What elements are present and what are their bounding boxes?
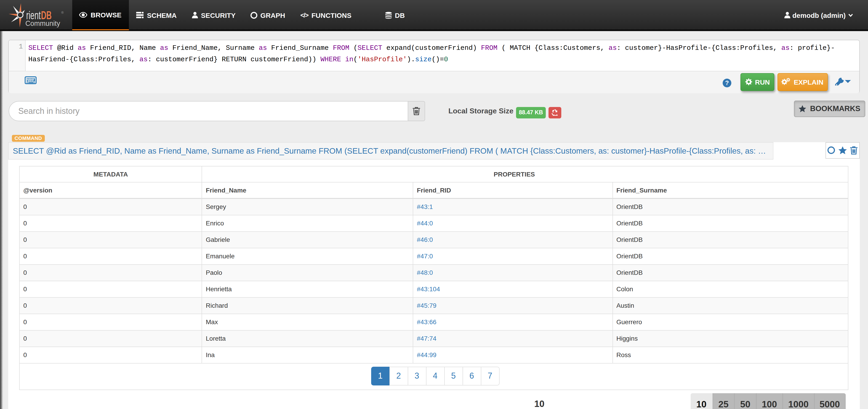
svg-text:?: ? <box>725 80 729 86</box>
svg-text:®: ® <box>61 11 64 14</box>
svg-text:Community: Community <box>25 19 60 27</box>
